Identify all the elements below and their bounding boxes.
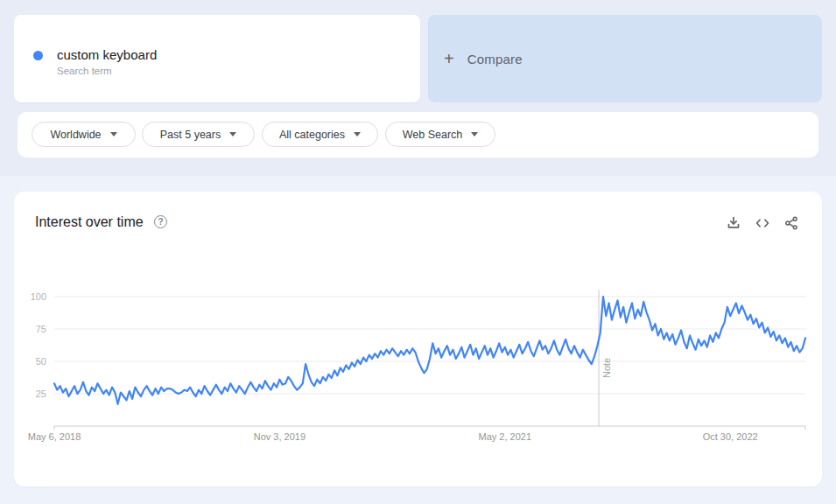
caret-down-icon [229,132,236,136]
note-marker-label[interactable]: Note [601,358,612,378]
search-term-type: Search term [57,66,112,76]
series-legend-dot [33,51,43,60]
plus-icon: + [444,49,454,69]
filter-bar: Worldwide Past 5 years All categories We… [18,112,818,158]
interest-over-time-chart: 255075100May 6, 2018Nov 3, 2019May 2, 20… [14,192,822,486]
search-term-card[interactable]: custom keyboard Search term [14,15,420,102]
category-filter-dropdown[interactable]: All categories [262,122,378,147]
search-type-filter-dropdown[interactable]: Web Search [385,122,495,147]
add-comparison-button[interactable]: + Compare [428,15,822,102]
caret-down-icon [471,132,478,136]
y-axis-tick-label: 50 [36,356,46,367]
region-filter-value: Worldwide [50,129,101,141]
interest-over-time-panel: Interest over time ? 255075100May 6 [14,192,822,486]
time-range-filter-dropdown[interactable]: Past 5 years [142,122,255,147]
x-axis-tick-label: May 6, 2018 [28,431,81,442]
search-term-label: custom keyboard [57,47,157,62]
y-axis-tick-label: 25 [36,388,46,399]
search-type-filter-value: Web Search [403,129,463,141]
caret-down-icon [354,132,361,136]
x-axis-tick-label: Oct 30, 2022 [703,431,758,442]
compare-label: Compare [467,52,523,66]
y-axis-tick-label: 75 [36,324,46,334]
x-axis-tick-label: May 2, 2021 [479,431,532,442]
x-axis-tick-label: Nov 3, 2019 [254,431,306,442]
category-filter-value: All categories [279,129,345,141]
region-filter-dropdown[interactable]: Worldwide [32,122,136,147]
caret-down-icon [110,132,117,136]
time-range-filter-value: Past 5 years [160,129,221,141]
trend-line-series [54,297,805,404]
y-axis-tick-label: 100 [31,291,46,302]
